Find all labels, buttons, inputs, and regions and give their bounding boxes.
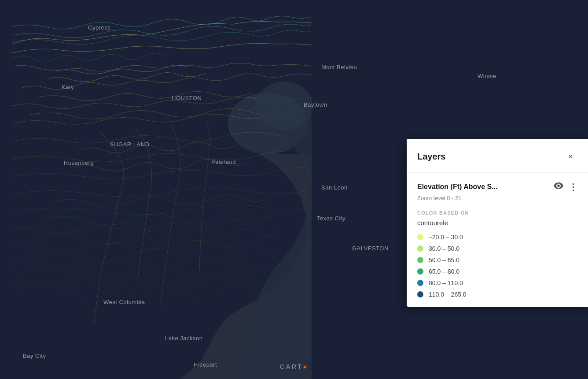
legend-color-dot — [417, 268, 423, 275]
legend-item: –20.0 – 30.0 — [417, 234, 577, 241]
svg-point-2 — [256, 82, 312, 130]
legend-color-dot — [417, 280, 423, 286]
more-options-icon[interactable]: ⋮ — [569, 182, 577, 192]
close-button[interactable]: × — [563, 149, 577, 163]
legend-range-label: 80.0 – 110.0 — [429, 279, 463, 286]
legend-range-label: 110.0 – 265.0 — [429, 291, 467, 298]
legend-color-dot — [417, 257, 423, 263]
layer-title-row: Elevation (Ft) Above S... ⋮ — [417, 182, 577, 192]
legend-color-dot — [417, 234, 423, 240]
legend-items: –20.0 – 30.030.0 – 50.050.0 – 65.065.0 –… — [417, 234, 577, 298]
zoom-level: Zoom level 0 - 21 — [417, 195, 577, 201]
legend-range-label: 30.0 – 50.0 — [429, 245, 459, 252]
color-field-name: contourele — [417, 219, 577, 227]
legend-item: 110.0 – 265.0 — [417, 291, 577, 298]
legend-item: 50.0 – 65.0 — [417, 256, 577, 264]
contour-map — [12, 0, 312, 379]
layer-actions: ⋮ — [554, 182, 577, 192]
layers-panel: Layers × Elevation (Ft) Above S... ⋮ Zoo… — [407, 139, 588, 307]
legend-color-dot — [417, 245, 423, 252]
layer-name: Elevation (Ft) Above S... — [417, 183, 554, 191]
legend-item: 80.0 – 110.0 — [417, 279, 577, 286]
legend-item: 30.0 – 50.0 — [417, 245, 577, 252]
color-based-on-label: COLOR BASED ON — [417, 210, 577, 216]
panel-title: Layers — [417, 152, 446, 162]
layer-item: Elevation (Ft) Above S... ⋮ Zoom level 0… — [407, 173, 588, 298]
carto-logo: CART● — [280, 363, 309, 370]
legend-range-label: 65.0 – 80.0 — [429, 268, 459, 275]
legend-item: 65.0 – 80.0 — [417, 268, 577, 275]
visibility-icon[interactable] — [554, 182, 563, 192]
legend-color-dot — [417, 291, 423, 297]
panel-header: Layers × — [407, 139, 588, 173]
legend-range-label: –20.0 – 30.0 — [429, 234, 463, 241]
legend-range-label: 50.0 – 65.0 — [429, 256, 459, 264]
